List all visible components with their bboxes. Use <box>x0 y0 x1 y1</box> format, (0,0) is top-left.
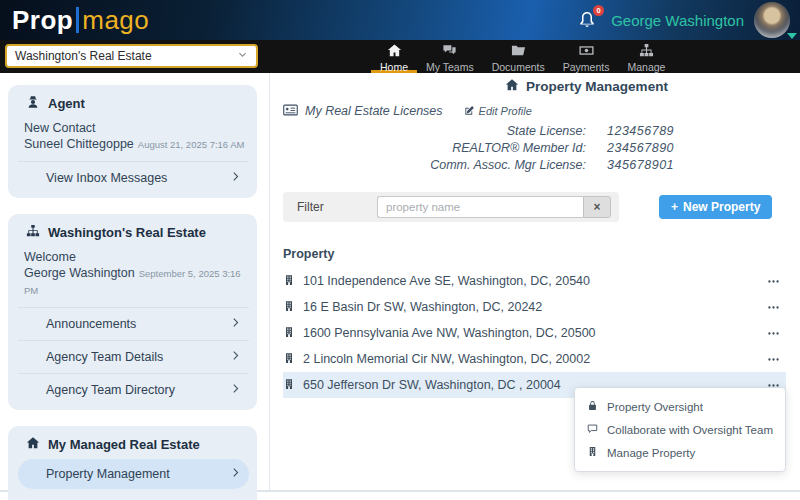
edit-profile-link[interactable]: Edit Profile <box>464 105 532 118</box>
chat-icon <box>587 423 598 436</box>
menu-item-label: Collaborate with Oversight Team <box>607 424 773 436</box>
property-list: 101 Independence Ave SE, Washington, DC,… <box>283 268 786 398</box>
managed-card-header: My Managed Real Estate <box>18 436 249 453</box>
app-header: Prop mago 0 George Washington <box>0 0 800 40</box>
sidebar-item-agency-team-directory[interactable]: Agency Team Directory <box>18 373 249 406</box>
chevron-right-icon <box>230 467 241 481</box>
id-card-icon <box>283 104 298 119</box>
property-list-header: Property <box>283 247 786 262</box>
caret-down-icon <box>787 33 797 39</box>
agent-card-header: Agent <box>18 95 249 112</box>
nav-item-manage[interactable]: Manage <box>618 40 674 73</box>
building-icon <box>283 352 303 367</box>
manage-icon <box>639 43 654 60</box>
property-address: 16 E Basin Dr SW, Washington, DC, 20242 <box>303 300 542 314</box>
nav-items: Home My Teams Documents Payments Manage <box>371 40 674 73</box>
license-label: State License: <box>283 124 586 138</box>
sidebar-item-agency-team-details[interactable]: Agency Team Details <box>18 340 249 373</box>
menu-item-manage-property[interactable]: Manage Property <box>575 441 785 464</box>
view-inbox-messages-link[interactable]: View Inbox Messages <box>18 161 249 194</box>
agent-card: Agent New Contact Suneel ChittegoppeAugu… <box>8 85 257 198</box>
property-row[interactable]: 101 Independence Ave SE, Washington, DC,… <box>283 268 786 294</box>
license-value: 234567890 <box>607 141 674 155</box>
property-address: 2 Lincoln Memorial Cir NW, Washington, D… <box>303 352 590 366</box>
filter-bar: Filter × + New Property <box>283 192 786 222</box>
agent-contact-name: Suneel Chittegoppe <box>24 137 134 151</box>
property-row[interactable]: 16 E Basin Dr SW, Washington, DC, 20242 <box>283 294 786 320</box>
nav-item-my-teams[interactable]: My Teams <box>417 40 483 73</box>
building-icon <box>283 326 303 341</box>
sidebar-item-label: Agency Team Details <box>46 350 163 364</box>
licenses-table: State License: 123456789 REALTOR® Member… <box>283 122 786 173</box>
building-icon <box>587 446 598 459</box>
licenses-section-label: My Real Estate Licenses <box>305 104 443 118</box>
chevron-right-icon <box>230 317 241 331</box>
agency-select[interactable]: Washington's Real Estate <box>5 44 258 68</box>
managed-card-title: My Managed Real Estate <box>48 437 200 452</box>
row-actions-button[interactable] <box>767 275 786 288</box>
agency-card-title: Washington's Real Estate <box>48 225 206 240</box>
notifications-button[interactable]: 0 <box>577 8 601 32</box>
clear-filter-button[interactable]: × <box>583 196 611 218</box>
sidebar-item-label: Announcements <box>46 317 136 331</box>
welcome-user-name: George Washington <box>24 266 135 280</box>
agency-select-value: Washington's Real Estate <box>15 49 152 63</box>
nav-bar: Washington's Real Estate Home My Teams D… <box>0 40 800 73</box>
menu-item-collaborate[interactable]: Collaborate with Oversight Team <box>575 418 785 441</box>
bell-icon <box>577 16 597 33</box>
agent-card-title: Agent <box>48 96 85 111</box>
sidebar-item-label: Property Management <box>46 467 170 481</box>
nav-label: Home <box>380 61 408 73</box>
property-address: 650 Jefferson Dr SW, Washington, DC , 20… <box>303 378 561 392</box>
sidebar-item-label: Agency Team Directory <box>46 383 175 397</box>
license-label: Comm. Assoc. Mgr License: <box>283 158 586 172</box>
home-icon <box>387 43 402 60</box>
filter-box: Filter × <box>283 192 619 222</box>
agent-contact: Suneel ChittegoppeAugust 21, 2025 7:16 A… <box>18 136 249 153</box>
nav-item-payments[interactable]: Payments <box>554 40 619 73</box>
chevron-right-icon <box>230 383 241 397</box>
license-value: 345678901 <box>607 158 674 172</box>
view-inbox-messages-label: View Inbox Messages <box>46 171 167 185</box>
row-actions-button[interactable] <box>767 353 786 366</box>
row-actions-button[interactable] <box>767 327 786 340</box>
main-panel: Property Management My Real Estate Licen… <box>270 73 800 490</box>
new-property-button[interactable]: + New Property <box>659 195 772 219</box>
user-menu[interactable] <box>754 2 790 38</box>
welcome-user: George WashingtonSeptember 5, 2025 3:16 … <box>18 265 249 299</box>
edit-profile-label: Edit Profile <box>479 105 532 117</box>
user-name: George Washington <box>611 12 744 29</box>
app-window: Prop mago 0 George Washington Washington… <box>0 0 800 500</box>
agent-contact-time: August 21, 2025 7:16 AM <box>138 139 245 150</box>
avatar <box>754 2 790 38</box>
building-icon <box>283 378 303 393</box>
nav-item-documents[interactable]: Documents <box>483 40 554 73</box>
content-area: Agent New Contact Suneel ChittegoppeAugu… <box>0 73 800 492</box>
property-address: 101 Independence Ave SE, Washington, DC,… <box>303 274 590 288</box>
row-actions-button[interactable] <box>767 301 786 314</box>
payments-icon <box>579 43 594 60</box>
sidebar-item-announcements[interactable]: Announcements <box>18 307 249 340</box>
property-row[interactable]: 2 Lincoln Memorial Cir NW, Washington, D… <box>283 346 786 372</box>
agency-card-header: Washington's Real Estate <box>18 224 249 241</box>
filter-input-group: × <box>377 196 611 218</box>
filter-input[interactable] <box>377 196 583 218</box>
property-row[interactable]: 1600 Pennsylvania Ave NW, Washington, DC… <box>283 320 786 346</box>
lock-icon <box>587 400 598 413</box>
license-row: Comm. Assoc. Mgr License: 345678901 <box>283 156 786 173</box>
sidebar-item-hoa-management[interactable]: HOA Management <box>18 495 249 500</box>
welcome-label: Welcome <box>18 249 249 265</box>
nav-label: Payments <box>563 61 610 73</box>
home-icon <box>505 78 519 95</box>
plus-icon: + <box>671 200 678 214</box>
menu-item-label: Property Oversight <box>607 401 703 413</box>
header-right: 0 George Washington <box>577 2 790 38</box>
nav-label: Manage <box>627 61 665 73</box>
license-row: State License: 123456789 <box>283 122 786 139</box>
sidebar-item-property-management[interactable]: Property Management <box>18 459 249 489</box>
nav-item-home[interactable]: Home <box>371 40 417 73</box>
menu-item-property-oversight[interactable]: Property Oversight <box>575 395 785 418</box>
brand-divider-icon <box>76 7 79 33</box>
documents-icon <box>511 43 526 60</box>
agent-icon <box>26 95 40 112</box>
